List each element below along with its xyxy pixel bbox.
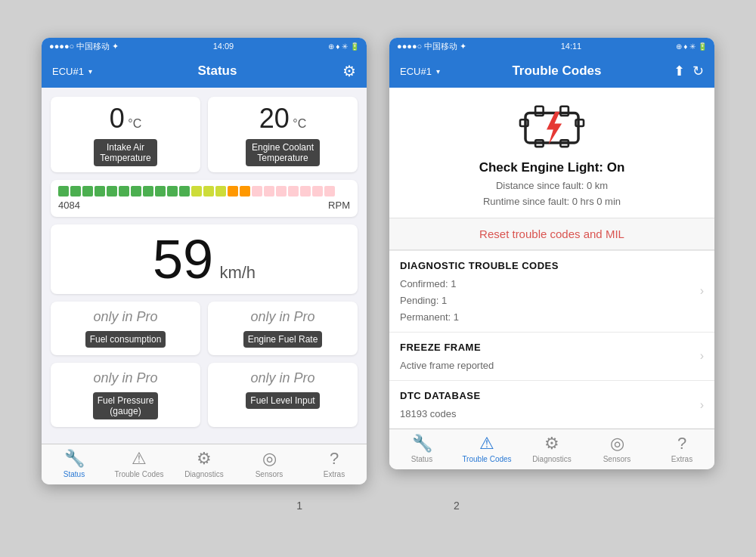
- status-right-2: ⊕ ♦ ✳ 🔋: [676, 42, 707, 51]
- tab-trouble-codes-2[interactable]: ⚠ Trouble Codes: [454, 434, 519, 463]
- trouble-codes-tab-label-1: Trouble Codes: [114, 470, 163, 478]
- trouble-screen-content: Check Engine Light: On Distance since fa…: [389, 88, 714, 429]
- tab-extras-1[interactable]: ? Extras: [302, 449, 367, 478]
- rpm-seg: [70, 186, 81, 196]
- ecu-dropdown-arrow-2: ▾: [436, 67, 440, 76]
- extras-tab-icon-1: ?: [330, 449, 339, 469]
- share-icon-2[interactable]: ⬆: [674, 63, 685, 79]
- status-icons-1: ⊕ ♦ ✳ 🔋: [328, 42, 359, 51]
- tab-diagnostics-1[interactable]: ⚙ Diagnostics: [172, 449, 237, 478]
- rpm-seg: [276, 186, 287, 196]
- pro-label-fuel-level: Fuel Level Input: [246, 392, 319, 409]
- extras-tab-label-1: Extras: [324, 470, 345, 478]
- rpm-seg: [228, 186, 238, 196]
- dtc-database-chevron-icon: ›: [700, 398, 704, 412]
- rpm-seg: [167, 186, 178, 196]
- sensors-tab-label-2: Sensors: [603, 455, 631, 463]
- pro-text-4: only in Pro: [215, 370, 350, 386]
- freeze-frame-content: FREEZE FRAME Active frame reported: [389, 334, 700, 379]
- sensors-tab-icon-2: ◎: [610, 434, 624, 453]
- nav-bar-1: ECU#1 ▾ Status ⚙: [42, 54, 367, 88]
- rpm-unit: RPM: [328, 200, 350, 211]
- freeze-frame-detail: Active frame reported: [389, 356, 700, 379]
- coolant-value: 20 °C: [214, 103, 352, 135]
- dtc-database-header: DTC DATABASE: [389, 382, 700, 404]
- tab-status-1[interactable]: 🔧 Status: [42, 449, 107, 478]
- tab-sensors-2[interactable]: ◎ Sensors: [584, 434, 649, 463]
- phone-1: ●●●●○ 中国移动 ✦ 14:09 ⊕ ♦ ✳ 🔋 ECU#1 ▾ Statu…: [42, 38, 367, 484]
- nav-left-2[interactable]: ECU#1 ▾: [400, 66, 440, 77]
- fault-info: Distance since fault: 0 km Runtime since…: [389, 178, 714, 210]
- nav-title-1: Status: [197, 63, 237, 79]
- carrier-text-2: ●●●●○ 中国移动 ✦: [397, 41, 466, 52]
- freeze-frame-section-row[interactable]: FREEZE FRAME Active frame reported ›: [389, 332, 714, 380]
- status-bar-1: ●●●●○ 中国移动 ✦ 14:09 ⊕ ♦ ✳ 🔋: [42, 38, 367, 54]
- rpm-seg: [107, 186, 117, 196]
- phone-2: ●●●●○ 中国移动 ✦ 14:11 ⊕ ♦ ✳ 🔋 ECU#1 ▾ Troub…: [389, 38, 714, 469]
- intake-air-card: 0 °C Intake AirTemperature: [51, 97, 200, 172]
- nav-left-1[interactable]: ECU#1 ▾: [52, 66, 92, 77]
- nav-title-2: Trouble Codes: [512, 63, 601, 79]
- rpm-seg: [155, 186, 166, 196]
- rpm-section: 4084 RPM: [51, 180, 358, 217]
- rpm-seg: [58, 186, 69, 196]
- dtc-section-content: DIAGNOSTIC TROUBLE CODES Confirmed: 1 Pe…: [389, 252, 700, 330]
- carrier-text-1: ●●●●○ 中国移动 ✦: [49, 41, 119, 52]
- rpm-seg: [94, 186, 105, 196]
- pro-label-fuel-pressure: Fuel Pressure(gauge): [93, 392, 159, 419]
- check-engine-title: Check Engine Light: On: [389, 160, 714, 175]
- settings-icon-1[interactable]: ⚙: [342, 62, 356, 80]
- rpm-seg: [252, 186, 262, 196]
- refresh-icon-2[interactable]: ↻: [692, 63, 704, 79]
- pro-label-engine-fuel-rate: Engine Fuel Rate: [243, 331, 323, 348]
- page-number-1: 1: [296, 500, 302, 512]
- tab-status-2[interactable]: 🔧 Status: [389, 434, 454, 463]
- status-bar-2: ●●●●○ 中国移动 ✦ 14:11 ⊕ ♦ ✳ 🔋: [389, 38, 714, 54]
- page-numbers: 1 2: [296, 500, 460, 512]
- status-bar-left-2: ●●●●○ 中国移动 ✦: [397, 41, 466, 52]
- status-tab-icon-1: 🔧: [64, 449, 85, 469]
- nav-bar-2: ECU#1 ▾ Trouble Codes ⬆ ↻: [389, 54, 714, 88]
- page-number-2: 2: [454, 500, 460, 512]
- dtc-pending: Pending: 1: [400, 295, 447, 306]
- dtc-section-row[interactable]: DIAGNOSTIC TROUBLE CODES Confirmed: 1 Pe…: [389, 250, 714, 332]
- dtc-database-section-row[interactable]: DTC DATABASE 18193 codes ›: [389, 380, 714, 429]
- pro-text-2: only in Pro: [215, 309, 350, 325]
- status-tab-label-2: Status: [411, 455, 432, 463]
- rpm-seg: [191, 186, 202, 196]
- tab-sensors-1[interactable]: ◎ Sensors: [237, 449, 302, 478]
- status-right-1: ⊕ ♦ ✳ 🔋: [328, 42, 359, 51]
- status-bar-left-1: ●●●●○ 中国移动 ✦: [49, 41, 119, 52]
- pro-card-fuel-pressure: only in Pro Fuel Pressure(gauge): [51, 363, 200, 427]
- coolant-temp-unit: °C: [293, 117, 306, 130]
- rpm-seg: [143, 186, 153, 196]
- tab-diagnostics-2[interactable]: ⚙ Diagnostics: [519, 434, 584, 463]
- ecu-label-2[interactable]: ECU#1: [400, 66, 432, 77]
- rpm-seg: [119, 186, 129, 196]
- rpm-seg: [131, 186, 141, 196]
- rpm-value: 4084: [58, 200, 80, 211]
- runtime-fault: Runtime since fault: 0 hrs 0 min: [483, 196, 621, 207]
- engine-icon-section: [389, 88, 714, 160]
- rpm-seg: [240, 186, 250, 196]
- status-tab-icon-2: 🔧: [412, 434, 432, 453]
- pro-text-3: only in Pro: [58, 370, 193, 386]
- reset-trouble-codes-button[interactable]: Reset trouble codes and MIL: [389, 218, 714, 250]
- dtc-confirmed: Confirmed: 1: [400, 278, 456, 289]
- pro-card-engine-fuel-rate: only in Pro Engine Fuel Rate: [208, 302, 358, 355]
- status-icons-2: ⊕ ♦ ✳ 🔋: [676, 42, 707, 51]
- intake-label: Intake AirTemperature: [94, 139, 156, 166]
- ecu-label-1[interactable]: ECU#1: [52, 66, 84, 77]
- diagnostics-tab-icon-2: ⚙: [544, 434, 559, 453]
- trouble-codes-tab-icon-1: ⚠: [132, 449, 147, 469]
- tab-trouble-codes-1[interactable]: ⚠ Trouble Codes: [107, 449, 172, 478]
- rpm-seg: [82, 186, 93, 196]
- pro-label-fuel-consumption: Fuel consumption: [85, 331, 166, 348]
- rpm-seg: [215, 186, 226, 196]
- rpm-seg: [203, 186, 214, 196]
- tab-bar-2: 🔧 Status ⚠ Trouble Codes ⚙ Diagnostics ◎…: [389, 429, 714, 469]
- tab-extras-2[interactable]: ? Extras: [649, 434, 714, 463]
- intake-temp-unit: °C: [128, 117, 141, 130]
- temp-row: 0 °C Intake AirTemperature 20 °C Engine …: [51, 97, 358, 172]
- rpm-seg: [264, 186, 274, 196]
